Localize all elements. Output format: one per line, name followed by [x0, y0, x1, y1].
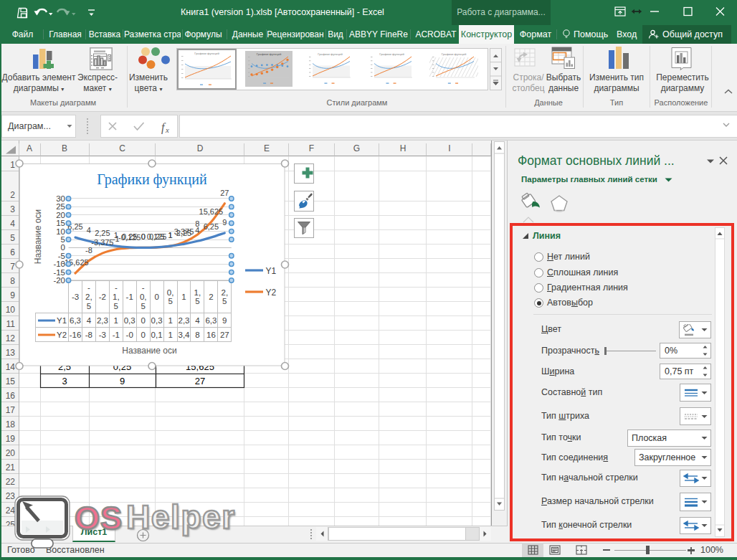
- svg-text:14: 14: [6, 362, 16, 372]
- svg-text:-15: -15: [53, 268, 65, 277]
- svg-text:1: 1: [181, 293, 186, 301]
- svg-text:13: 13: [6, 348, 16, 358]
- svg-text:30: 30: [56, 194, 65, 203]
- svg-text:21: 21: [6, 462, 16, 473]
- svg-text:8: 8: [10, 276, 15, 286]
- svg-text:x: x: [165, 125, 169, 134]
- svg-text:-8: -8: [85, 246, 92, 255]
- svg-text:-1: -1: [113, 331, 120, 339]
- svg-text:0,3: 0,3: [124, 316, 135, 325]
- svg-text:-3: -3: [72, 293, 79, 301]
- svg-text:0,3: 0,3: [151, 316, 163, 325]
- svg-text:-3: -3: [99, 331, 106, 339]
- svg-text:1: 1: [168, 331, 172, 339]
- svg-text:-: -: [87, 283, 90, 292]
- svg-text:0,1: 0,1: [151, 331, 163, 339]
- svg-text:-0: -0: [126, 331, 133, 339]
- svg-text:Графики функций: Графики функций: [442, 52, 467, 56]
- svg-text:2,25: 2,25: [95, 229, 110, 237]
- svg-text:-8: -8: [85, 331, 92, 339]
- svg-text:6,3: 6,3: [70, 316, 81, 325]
- svg-text:19: 19: [6, 434, 16, 444]
- svg-text:4: 4: [87, 316, 92, 325]
- svg-text:16: 16: [206, 331, 216, 339]
- svg-text:5: 5: [222, 297, 227, 305]
- svg-text:-: -: [142, 283, 145, 292]
- svg-text:9: 9: [222, 218, 227, 227]
- svg-text:Y1: Y1: [266, 266, 277, 276]
- svg-text:0: 0: [141, 232, 146, 241]
- svg-text:9: 9: [222, 316, 227, 325]
- svg-text:Y2: Y2: [57, 331, 67, 339]
- svg-text:5: 5: [141, 302, 145, 310]
- svg-text:B: B: [62, 143, 67, 153]
- svg-text:3,4: 3,4: [179, 331, 191, 339]
- svg-text:18: 18: [6, 419, 16, 430]
- svg-text:1,: 1,: [194, 288, 201, 297]
- svg-text:2: 2: [10, 190, 15, 200]
- svg-text:-0,125: -0,125: [118, 233, 141, 242]
- svg-text:20: 20: [6, 448, 16, 458]
- svg-text:E: E: [264, 143, 270, 153]
- svg-text:-15,625: -15,625: [62, 258, 88, 267]
- svg-text:Графики функций: Графики функций: [318, 52, 343, 56]
- svg-text:4: 4: [10, 219, 15, 229]
- svg-text:0: 0: [61, 243, 65, 252]
- svg-text:5: 5: [10, 233, 15, 243]
- svg-text:3: 3: [62, 376, 67, 386]
- svg-text:5: 5: [61, 235, 65, 244]
- svg-text:3: 3: [10, 204, 15, 214]
- svg-text:2: 2: [209, 293, 213, 301]
- svg-text:17: 17: [6, 405, 16, 415]
- svg-text:-3,375: -3,375: [91, 238, 113, 247]
- svg-text:-20: -20: [53, 276, 65, 285]
- svg-text:0: 0: [141, 316, 145, 325]
- svg-text:Название оси: Название оси: [122, 346, 176, 356]
- svg-text:4: 4: [87, 226, 91, 234]
- svg-text:10: 10: [56, 227, 65, 236]
- svg-text:15: 15: [6, 376, 16, 386]
- svg-text:H: H: [400, 143, 406, 153]
- svg-text:-2: -2: [99, 293, 106, 301]
- svg-text:4: 4: [195, 316, 200, 325]
- svg-text:22: 22: [6, 477, 16, 487]
- svg-text:C: C: [119, 143, 125, 153]
- svg-text:8: 8: [195, 219, 199, 228]
- svg-text:I: I: [448, 143, 450, 153]
- svg-text:1: 1: [168, 231, 173, 239]
- svg-text:0,: 0,: [167, 288, 174, 297]
- svg-text:G: G: [353, 143, 360, 153]
- svg-text:20: 20: [56, 211, 65, 219]
- svg-text:10: 10: [6, 305, 16, 315]
- svg-text:5: 5: [87, 302, 91, 310]
- svg-text:27: 27: [220, 331, 229, 339]
- svg-text:7: 7: [10, 262, 15, 272]
- svg-text:5: 5: [195, 297, 199, 305]
- svg-text:6,25: 6,25: [204, 222, 219, 231]
- svg-text:-: -: [115, 283, 118, 292]
- svg-text:15: 15: [56, 219, 65, 227]
- svg-text:27: 27: [220, 189, 229, 197]
- svg-text:D: D: [197, 143, 204, 153]
- svg-text:Графики функций: Графики функций: [97, 171, 207, 188]
- svg-text:Y1: Y1: [57, 316, 67, 325]
- svg-text:11: 11: [6, 319, 16, 329]
- svg-text:9: 9: [120, 376, 125, 386]
- svg-text:0,125: 0,125: [147, 232, 167, 241]
- svg-text:-16: -16: [70, 331, 82, 339]
- svg-text:1: 1: [114, 316, 118, 325]
- svg-text:27: 27: [195, 376, 205, 386]
- svg-text:Графики функций: Графики функций: [257, 52, 282, 56]
- svg-text:Название оси: Название оси: [33, 209, 43, 264]
- svg-text:-1: -1: [126, 293, 133, 301]
- svg-text:A: A: [27, 143, 32, 153]
- svg-text:2,: 2,: [222, 288, 229, 297]
- svg-text:Графики функций: Графики функций: [379, 52, 404, 56]
- svg-text:6: 6: [10, 247, 15, 257]
- svg-text:9: 9: [10, 290, 15, 300]
- svg-text:F: F: [309, 143, 314, 153]
- svg-text:15,625: 15,625: [199, 207, 224, 216]
- svg-text:1,: 1,: [113, 293, 120, 301]
- svg-text:1: 1: [168, 316, 172, 325]
- svg-text:1: 1: [10, 160, 15, 170]
